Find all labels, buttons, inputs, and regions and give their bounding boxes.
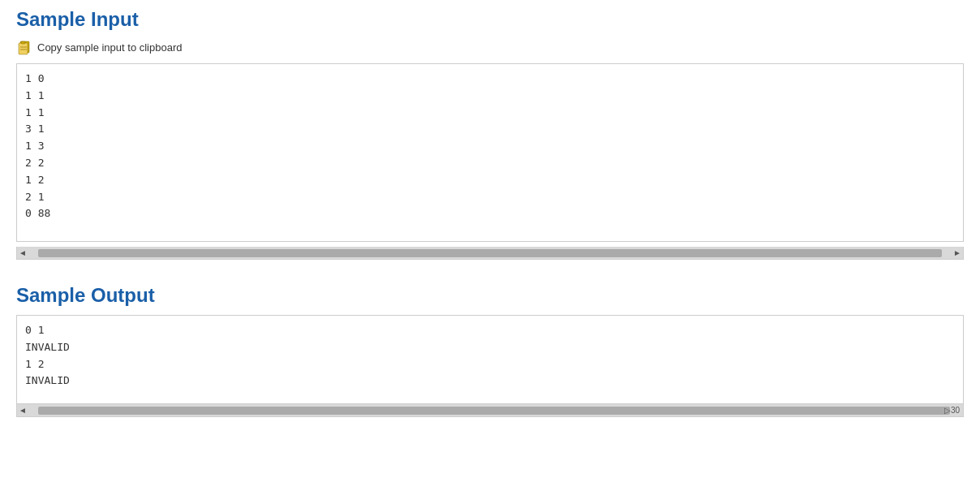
clipboard-icon xyxy=(16,39,32,55)
copy-button-label: Copy sample input to clipboard xyxy=(37,41,183,54)
sample-input-title: Sample Input xyxy=(16,8,964,31)
svg-rect-2 xyxy=(21,41,25,44)
output-scrollbar-thumb[interactable] xyxy=(38,407,950,415)
output-scroll-left-arrow[interactable]: ◄ xyxy=(19,406,27,415)
scroll-right-arrow[interactable]: ► xyxy=(953,248,961,257)
sample-input-code-box: 1 0 1 1 1 1 3 1 1 3 2 2 1 2 2 1 0 88 xyxy=(16,63,964,242)
scrollbar-thumb[interactable] xyxy=(38,249,942,257)
sample-input-scrollbar[interactable]: ◄ ► xyxy=(16,247,964,260)
sample-output-content: 0 1 INVALID 1 2 INVALID xyxy=(25,322,955,390)
sample-output-title: Sample Output xyxy=(16,284,964,307)
scroll-left-arrow[interactable]: ◄ xyxy=(19,248,27,257)
output-scroll-label: ▷30 xyxy=(944,406,960,415)
sample-output-scrollbar[interactable]: ◄ ▷30 xyxy=(16,404,964,417)
sample-input-section: Sample Input Copy sample input to clipbo… xyxy=(16,8,964,260)
sample-input-content: 1 0 1 1 1 1 3 1 1 3 2 2 1 2 2 1 0 88 xyxy=(25,71,955,222)
sample-output-section: Sample Output 0 1 INVALID 1 2 INVALID ◄ … xyxy=(16,284,964,417)
sample-output-code-box: 0 1 INVALID 1 2 INVALID xyxy=(16,315,964,404)
svg-rect-1 xyxy=(19,43,28,54)
copy-sample-input-button[interactable]: Copy sample input to clipboard xyxy=(16,39,183,55)
